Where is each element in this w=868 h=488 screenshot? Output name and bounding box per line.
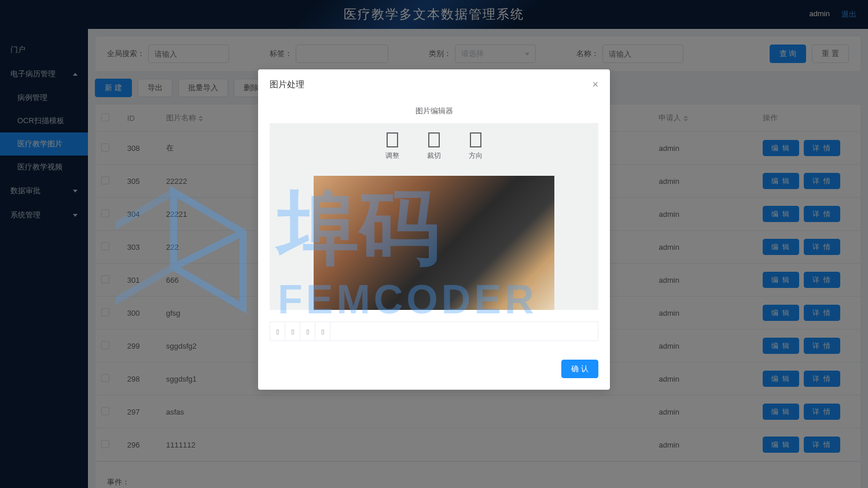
adjust-icon: [387, 132, 398, 147]
tool-btn-2[interactable]: ▯: [285, 322, 300, 341]
tool-crop[interactable]: 裁切: [427, 132, 441, 161]
confirm-button[interactable]: 确 认: [561, 360, 598, 378]
crop-icon: [428, 132, 440, 147]
editor-title: 图片编辑器: [270, 106, 598, 116]
orient-icon: [470, 132, 481, 147]
tool-adjust[interactable]: 调整: [385, 132, 399, 161]
tool-btn-1[interactable]: ▯: [270, 322, 285, 341]
tool-btn-4[interactable]: ▯: [315, 322, 330, 341]
image-editor: 调整 裁切 方向: [270, 123, 598, 310]
image-process-dialog: 图片处理 × 图片编辑器 调整 裁切 方向 ▯ ▯ ▯ ▯ 确 认: [258, 69, 610, 390]
editor-canvas[interactable]: [314, 176, 554, 310]
editor-bottom-tools: ▯ ▯ ▯ ▯: [270, 321, 598, 341]
dialog-title: 图片处理: [270, 79, 304, 90]
tool-btn-3[interactable]: ▯: [300, 322, 315, 341]
tool-orient[interactable]: 方向: [469, 132, 483, 161]
close-icon[interactable]: ×: [592, 79, 598, 91]
